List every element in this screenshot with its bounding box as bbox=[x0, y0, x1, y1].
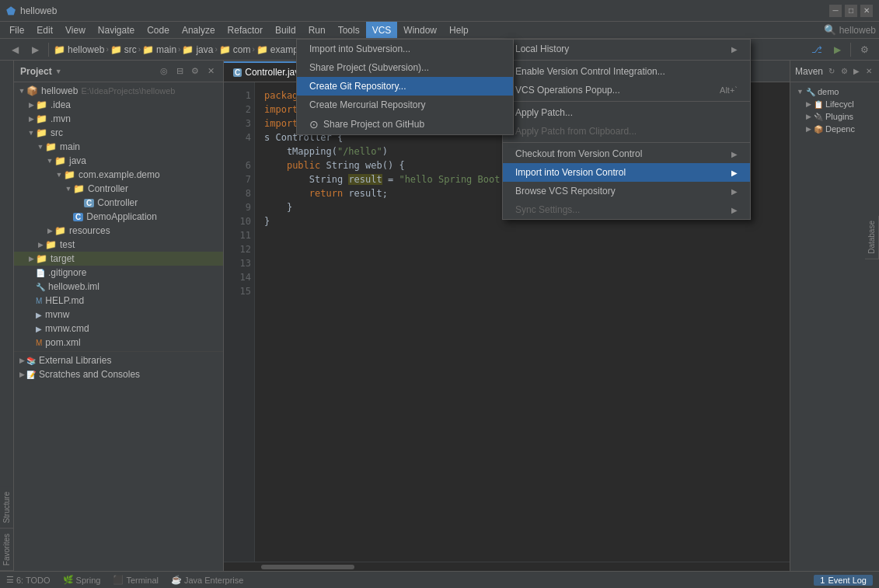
menu-analyze[interactable]: Analyze bbox=[176, 22, 221, 38]
submenu-share-github[interactable]: ⊙ Share Project on GitHub bbox=[297, 114, 513, 134]
tree-arrow-helloweb: ▼ bbox=[17, 87, 26, 95]
menu-code[interactable]: Code bbox=[141, 22, 176, 38]
app-title-display: helloweb bbox=[839, 25, 876, 36]
tree-item-demo-app[interactable]: ▶ C DemoApplication bbox=[14, 210, 223, 224]
close-button[interactable]: ✕ bbox=[860, 5, 873, 17]
tree-item-test[interactable]: ▶ 📁 test bbox=[14, 238, 223, 252]
maven-settings-button[interactable]: ⚙ bbox=[839, 66, 849, 77]
vcs-menu-browse[interactable]: Browse VCS Repository ▶ bbox=[503, 182, 750, 200]
breadcrumb-com[interactable]: 📁 com bbox=[219, 44, 251, 55]
locate-file-button[interactable]: ◎ bbox=[158, 65, 170, 78]
tree-item-package[interactable]: ▼ 📁 com.example.demo bbox=[14, 168, 223, 182]
search-icon[interactable]: 🔍 bbox=[824, 24, 836, 36]
close-project-panel-button[interactable]: ✕ bbox=[204, 65, 217, 78]
tree-item-controller-java[interactable]: ▶ C Controller bbox=[14, 196, 223, 210]
settings-button[interactable]: ⚙ bbox=[856, 41, 873, 58]
maximize-button[interactable]: □ bbox=[845, 5, 857, 17]
maven-close-button[interactable]: ✕ bbox=[863, 66, 874, 77]
maven-item-demo[interactable]: ▼ 🔧 demo bbox=[794, 85, 876, 98]
tree-item-src[interactable]: ▼ 📁 src bbox=[14, 126, 223, 140]
line-numbers: 1 2 3 4 6 7 8 9 10 11 12 13 14 15 bbox=[224, 82, 255, 562]
maven-arrow-lifecycle: ▶ bbox=[806, 100, 811, 108]
statusbar-spring[interactable]: 🌿 Spring bbox=[63, 575, 101, 585]
tree-item-idea[interactable]: ▶ 📁 .idea bbox=[14, 98, 223, 112]
tree-item-java[interactable]: ▼ 📁 java bbox=[14, 154, 223, 168]
collapse-all-button[interactable]: ⊟ bbox=[173, 65, 186, 78]
menu-file[interactable]: File bbox=[3, 22, 30, 38]
statusbar-terminal[interactable]: ⬛ Terminal bbox=[113, 575, 159, 585]
tree-item-mvnw[interactable]: ▶ ▶ mvnw bbox=[14, 308, 223, 322]
menu-navigate[interactable]: Navigate bbox=[92, 22, 141, 38]
database-vertical-tab[interactable]: Database bbox=[865, 216, 879, 259]
vcs-icon-toolbar[interactable]: ⎇ bbox=[808, 41, 825, 58]
scrollbar-thumb[interactable] bbox=[261, 565, 354, 569]
menu-tools[interactable]: Tools bbox=[332, 22, 366, 38]
sync-settings-label: Sync Settings... bbox=[515, 204, 580, 215]
toolbar-sep-2 bbox=[850, 43, 851, 57]
folder-icon-src-tree: 📁 bbox=[36, 127, 47, 138]
tree-item-target[interactable]: ▶ 📁 target bbox=[14, 252, 223, 266]
maven-item-plugins[interactable]: ▶ 🔌 Plugins bbox=[794, 110, 876, 123]
breadcrumb-main[interactable]: 📁 main bbox=[142, 44, 176, 55]
menu-help[interactable]: Help bbox=[443, 22, 475, 38]
apply-patch-label: Apply Patch... bbox=[515, 107, 573, 118]
event-log-button[interactable]: 1 Event Log bbox=[814, 575, 873, 586]
menu-refactor[interactable]: Refactor bbox=[221, 22, 269, 38]
vcs-menu-apply-patch[interactable]: Apply Patch... bbox=[503, 103, 750, 122]
tree-item-pomxml[interactable]: ▶ M pom.xml bbox=[14, 336, 223, 350]
menu-window[interactable]: Window bbox=[397, 22, 443, 38]
scratches-icon: 📝 bbox=[26, 371, 36, 379]
tree-item-resources[interactable]: ▶ 📁 resources bbox=[14, 224, 223, 238]
project-dropdown-icon[interactable]: ▼ bbox=[55, 68, 62, 75]
tree-item-helpmd[interactable]: ▶ M HELP.md bbox=[14, 294, 223, 308]
back-button[interactable]: ◀ bbox=[6, 41, 23, 58]
breadcrumb-helloweb[interactable]: 📁 helloweb bbox=[54, 44, 104, 55]
file-icon-helpmd: M bbox=[36, 297, 42, 305]
tree-arrow-resources: ▶ bbox=[45, 227, 54, 235]
maven-icon-plugins: 🔌 bbox=[814, 113, 823, 121]
tree-separator bbox=[14, 351, 223, 352]
vcs-menu-enable-vcs[interactable]: Enable Version Control Integration... bbox=[503, 62, 750, 81]
horizontal-scrollbar[interactable] bbox=[224, 562, 790, 571]
java-icon-demo: C bbox=[73, 213, 83, 221]
maven-label-lifecycle: Lifecycl bbox=[825, 99, 854, 109]
vcs-menu-import[interactable]: Import into Version Control ▶ bbox=[503, 163, 750, 182]
tree-label-demo-app: DemoApplication bbox=[86, 211, 157, 222]
maven-item-lifecycle[interactable]: ▶ 📋 Lifecycl bbox=[794, 98, 876, 110]
submenu-share-svn[interactable]: Share Project (Subversion)... bbox=[297, 58, 513, 77]
submenu-create-hg[interactable]: Create Mercurial Repository bbox=[297, 96, 513, 114]
tree-item-external-libs[interactable]: ▶ 📚 External Libraries bbox=[14, 353, 223, 367]
left-tab-structure[interactable]: Structure bbox=[0, 487, 13, 529]
statusbar-java-enterprise[interactable]: ☕ Java Enterprise bbox=[171, 575, 243, 585]
settings-project-button[interactable]: ⚙ bbox=[189, 65, 201, 78]
breadcrumb-java[interactable]: 📁 java bbox=[182, 44, 213, 55]
tree-item-controller-folder[interactable]: ▼ 📁 Controller bbox=[14, 182, 223, 196]
breadcrumb-src[interactable]: 📁 src bbox=[110, 44, 137, 55]
run-button[interactable]: ▶ bbox=[828, 41, 846, 58]
menu-view[interactable]: View bbox=[59, 22, 92, 38]
maven-item-deps[interactable]: ▶ 📦 Depenc bbox=[794, 123, 876, 135]
left-tab-favorites[interactable]: Favorites bbox=[0, 529, 13, 571]
minimize-button[interactable]: ─ bbox=[829, 5, 842, 17]
vcs-menu-local-history[interactable]: Local History ▶ bbox=[503, 40, 750, 58]
maven-refresh-button[interactable]: ↻ bbox=[826, 66, 837, 77]
vcs-menu-checkout[interactable]: Checkout from Version Control ▶ bbox=[503, 144, 750, 163]
menu-vcs[interactable]: VCS bbox=[366, 22, 398, 38]
tree-item-iml[interactable]: ▶ 🔧 helloweb.iml bbox=[14, 280, 223, 294]
forward-button[interactable]: ▶ bbox=[26, 41, 44, 58]
tree-item-gitignore[interactable]: ▶ 📄 .gitignore bbox=[14, 266, 223, 280]
tree-item-mvnwcmd[interactable]: ▶ ▶ mvnw.cmd bbox=[14, 322, 223, 336]
submenu-import-svn[interactable]: Import into Subversion... bbox=[297, 40, 513, 58]
submenu-create-git[interactable]: Create Git Repository... bbox=[297, 77, 513, 96]
menu-run[interactable]: Run bbox=[302, 22, 332, 38]
statusbar-todo[interactable]: ☰ 6: TODO bbox=[6, 575, 51, 585]
vcs-menu-popup[interactable]: VCS Operations Popup... Alt+` bbox=[503, 81, 750, 99]
maven-execute-button[interactable]: ▶ bbox=[851, 66, 862, 77]
tree-item-main[interactable]: ▼ 📁 main bbox=[14, 140, 223, 154]
menu-edit[interactable]: Edit bbox=[30, 22, 59, 38]
menu-build[interactable]: Build bbox=[269, 22, 302, 38]
tree-item-mvn[interactable]: ▶ 📁 .mvn bbox=[14, 112, 223, 126]
tree-item-scratches[interactable]: ▶ 📝 Scratches and Consoles bbox=[14, 367, 223, 381]
tree-item-helloweb[interactable]: ▼ 📦 helloweb E:\IdeaProjects\helloweb bbox=[14, 84, 223, 98]
breadcrumb-sep-1: › bbox=[106, 45, 108, 54]
